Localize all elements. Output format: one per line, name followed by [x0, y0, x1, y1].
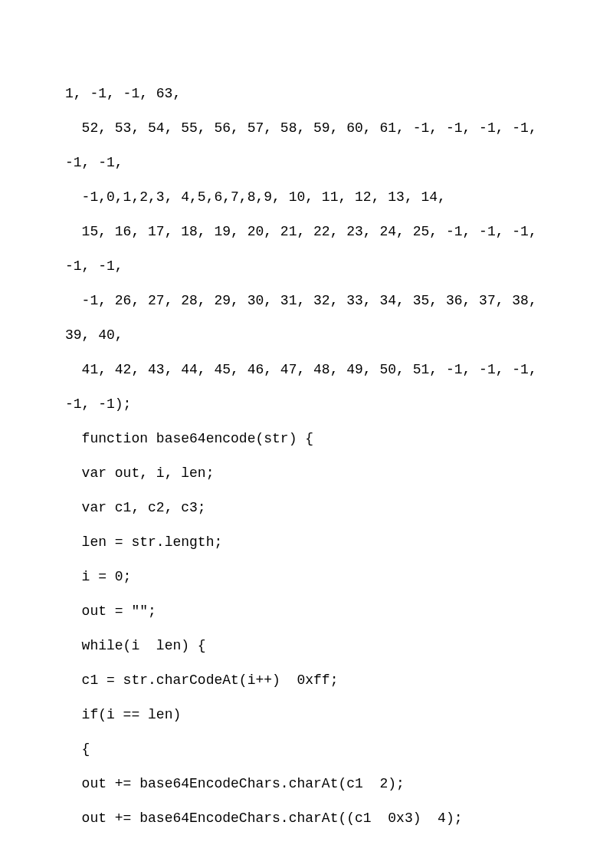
code-line: 41, 42, 43, 44, 45, 46, 47, 48, 49, 50, … — [65, 353, 548, 422]
code-line: if(i == len) — [65, 698, 548, 732]
code-line: -1, 26, 27, 28, 29, 30, 31, 32, 33, 34, … — [65, 284, 548, 353]
code-line: out += base64EncodeChars.charAt(c1 2); — [65, 767, 548, 801]
code-line: 52, 53, 54, 55, 56, 57, 58, 59, 60, 61, … — [65, 111, 548, 180]
code-line: -1,0,1,2,3, 4,5,6,7,8,9, 10, 11, 12, 13,… — [65, 180, 548, 215]
code-line: { — [65, 732, 548, 767]
code-line: 1, -1, -1, 63, — [65, 77, 548, 111]
code-line: i = 0; — [65, 560, 548, 594]
code-line: out += base64EncodeChars.charAt((c1 0x3)… — [65, 801, 548, 836]
code-line: var out, i, len; — [65, 456, 548, 491]
code-line: out = ""; — [65, 594, 548, 629]
code-line: len = str.length; — [65, 525, 548, 560]
code-line: c1 = str.charCodeAt(i++) 0xff; — [65, 663, 548, 698]
code-line: 15, 16, 17, 18, 19, 20, 21, 22, 23, 24, … — [65, 215, 548, 284]
document-page: 1, -1, -1, 63, 52, 53, 54, 55, 56, 57, 5… — [0, 0, 613, 836]
code-line: function base64encode(str) { — [65, 422, 548, 456]
code-line: var c1, c2, c3; — [65, 491, 548, 525]
code-line: while(i len) { — [65, 629, 548, 663]
